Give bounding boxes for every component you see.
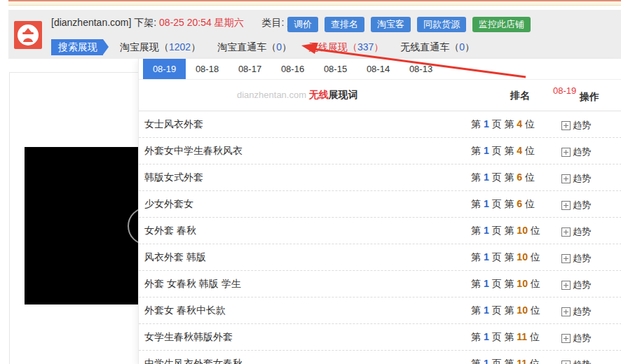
date-tab[interactable]: 08-19 (143, 59, 186, 79)
rank-page-number: 1 (484, 198, 489, 209)
rank-page-number: 1 (484, 331, 489, 342)
trend-button[interactable]: 趋势 (561, 279, 591, 291)
rank-position-number: 4 (517, 145, 522, 156)
action-button[interactable]: 监控此店铺 (472, 17, 531, 32)
date-tabs: 08-1908-1808-1708-1608-1508-1408-13 (139, 59, 621, 80)
expand-plus-icon (561, 254, 571, 263)
rank-position-number: 6 (517, 172, 522, 183)
date-tab[interactable]: 08-17 (228, 59, 271, 79)
table-header: dianzhentan.com 无线展现词 排名 08-19 操作 (139, 80, 621, 111)
date-tab[interactable]: 08-15 (314, 59, 357, 79)
nav-tab[interactable]: 无线直通车（0） (400, 41, 475, 54)
trend-button[interactable]: 趋势 (561, 199, 591, 211)
rank-position-number: 10 (517, 251, 528, 262)
keyword-text: 女士风衣外套 (144, 118, 203, 131)
nav-tab[interactable]: 无线展现（337） (308, 41, 383, 54)
rank-position-number: 4 (517, 118, 522, 130)
watermark-text: dianzhentan.com (237, 90, 306, 100)
column-header-rank: 排名 (510, 90, 530, 102)
trend-button[interactable]: 趋势 (561, 119, 591, 132)
keyword-text: 女学生春秋韩版外套 (144, 331, 233, 344)
expand-plus-icon (561, 281, 571, 290)
rank-page-number: 1 (484, 251, 489, 262)
nav-tab[interactable]: 淘宝展现（1202） (120, 41, 200, 54)
keyword-text: 外套女中学生春秋风衣 (144, 145, 243, 158)
trend-button[interactable]: 趋势 (561, 146, 591, 158)
expand-plus-icon (561, 201, 571, 210)
keyword-text: 中学生风衣外套女春秋 (144, 358, 243, 364)
nav-tabs: 搜索展现淘宝展现（1202）淘宝直通车（0）无线展现（337）无线直通车（0） (51, 39, 475, 55)
trend-label: 趋势 (573, 358, 591, 364)
rank-text: 第 1 页 第 4 位 (471, 145, 535, 158)
top-notice-strip (8, 0, 621, 6)
rank-text: 第 1 页 第 6 位 (471, 198, 535, 211)
trend-button[interactable]: 趋势 (561, 172, 591, 185)
rank-position-number: 10 (517, 304, 528, 316)
keyword-text: 女外套 春秋 (144, 225, 196, 237)
title-red: 无线 (309, 89, 329, 100)
keyword-text: 少女外套女 (144, 198, 193, 211)
trend-label: 趋势 (573, 172, 591, 185)
expand-plus-icon (561, 148, 571, 157)
shop-info-line: [dianzhentan.com] 下架: 08-25 20:54 星期六 类目… (51, 17, 306, 29)
action-button[interactable]: 淘宝客 (371, 17, 411, 32)
expand-plus-icon (561, 334, 571, 343)
nav-tab[interactable]: 搜索展现 (51, 39, 103, 55)
title-rest: 展现词 (329, 89, 358, 100)
trend-label: 趋势 (573, 252, 591, 265)
table-row: 外套女 春秋中长款 第 1 页 第 10 位 趋势 (139, 298, 621, 324)
rank-position-number: 11 (517, 358, 527, 364)
rank-text: 第 1 页 第 10 位 (471, 304, 540, 317)
rank-position-number: 10 (517, 225, 528, 236)
rank-position-number: 10 (517, 278, 528, 289)
action-button[interactable]: 调价 (287, 17, 318, 32)
action-buttons: 调价查排名淘宝客同款货源监控此店铺 (287, 17, 531, 32)
table-row: 韩版女式外套 第 1 页 第 6 位 趋势 (139, 164, 621, 191)
rank-text: 第 1 页 第 10 位 (471, 251, 540, 264)
rank-page-number: 1 (484, 278, 489, 289)
rank-page-number: 1 (484, 118, 489, 130)
table-row: 少女外套女 第 1 页 第 6 位 趋势 (139, 191, 621, 218)
category-label: 类目: (261, 17, 284, 28)
trend-button[interactable]: 趋势 (561, 225, 591, 238)
nav-tab[interactable]: 淘宝直通车（0） (217, 41, 292, 54)
table-row: 外套女中学生春秋风衣 第 1 页 第 4 位 趋势 (139, 138, 621, 164)
rank-page-number: 1 (484, 358, 489, 364)
rank-page-number: 1 (484, 304, 489, 316)
rank-text: 第 1 页 第 10 位 (471, 278, 540, 290)
table-row: 风衣外套 韩版 第 1 页 第 10 位 趋势 (139, 244, 621, 271)
offshelf-time: 08-25 20:54 星期六 (159, 17, 244, 28)
trend-label: 趋势 (573, 225, 591, 238)
rank-text: 第 1 页 第 11 位 (471, 358, 540, 364)
column-header-action: 操作 (580, 91, 599, 104)
table-row: 女士风衣外套 第 1 页 第 4 位 趋势 (139, 111, 621, 138)
expand-plus-icon (561, 360, 571, 364)
trend-button[interactable]: 趋势 (561, 252, 591, 265)
trend-button[interactable]: 趋势 (561, 332, 591, 344)
detective-logo-icon (17, 24, 39, 46)
offshelf-label: 下架: (134, 17, 156, 28)
date-tab[interactable]: 08-14 (357, 59, 400, 79)
keyword-text: 外套女 春秋中长款 (144, 304, 226, 317)
date-tab[interactable]: 08-13 (400, 59, 442, 79)
trend-label: 趋势 (573, 119, 591, 132)
table-title: dianzhentan.com 无线展现词 (237, 89, 358, 102)
rank-text: 第 1 页 第 11 位 (471, 331, 540, 344)
action-button[interactable]: 同款货源 (417, 17, 466, 32)
action-button[interactable]: 查排名 (325, 17, 364, 32)
trend-button[interactable]: 趋势 (561, 305, 591, 318)
trend-button[interactable]: 趋势 (561, 358, 591, 364)
keyword-table: 女士风衣外套 第 1 页 第 4 位 趋势 外套女中学生春秋风衣 第 1 页 第… (139, 111, 621, 364)
expand-plus-icon (561, 227, 571, 237)
rank-page-number: 1 (484, 172, 489, 183)
expand-plus-icon (561, 307, 571, 316)
date-tab[interactable]: 08-16 (271, 59, 314, 79)
trend-label: 趋势 (573, 199, 591, 211)
date-tab[interactable]: 08-18 (186, 59, 228, 79)
rank-page-number: 1 (484, 225, 489, 236)
table-row: 女外套 春秋 第 1 页 第 10 位 趋势 (139, 218, 621, 244)
trend-label: 趋势 (573, 279, 591, 291)
expand-plus-icon (561, 174, 571, 183)
keyword-text: 韩版女式外套 (144, 172, 203, 184)
rank-text: 第 1 页 第 10 位 (471, 225, 540, 237)
